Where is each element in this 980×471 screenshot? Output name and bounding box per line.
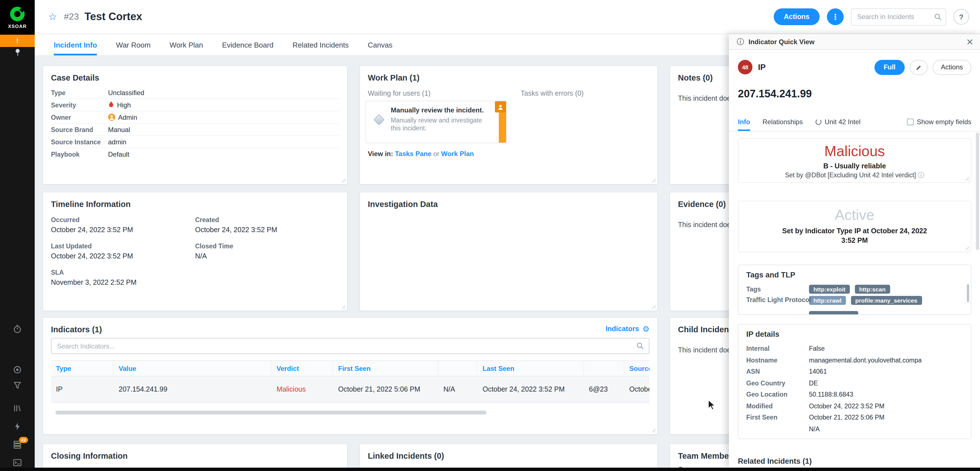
resize-handle[interactable] [651,177,655,182]
closing-row-closed-time: Closed Time N/A [51,465,339,468]
checkbox-icon[interactable] [907,119,913,125]
cell-na: N/A [438,376,477,402]
info-icon[interactable]: ⓘ [737,38,744,45]
tags-chip-row: http:exploit http:scan [809,284,892,294]
tasks-with-errors-label[interactable]: Tasks with errors (0) [521,89,584,97]
waiting-for-users-label[interactable]: Waiting for users (1) [368,89,431,97]
resize-handle[interactable] [964,245,969,250]
archive-icon[interactable]: 22 [0,440,35,449]
detail-row-geo-location: Geo Location 50.1188:8.6843 [746,389,963,400]
tab-info[interactable]: Info [738,118,750,131]
target-icon[interactable] [0,365,35,374]
filter-icon[interactable] [0,381,35,390]
case-details-card: Case Details Type Unclassified Severity … [43,65,348,185]
task-item[interactable]: Manually review the incident. Manually r… [366,101,507,143]
tag-chip[interactable]: profile:many_services [851,296,922,305]
task-diamond-icon [374,114,385,125]
or-text: or [433,150,439,158]
tab-unit42-intel[interactable]: Unit 42 Intel [815,118,861,131]
edit-button[interactable] [910,60,928,75]
case-row-owner: Owner Admin [51,111,339,124]
help-button[interactable]: ? [953,9,969,25]
column-blank-1[interactable] [438,361,477,376]
show-empty-fields-toggle[interactable]: Show empty fields [907,118,971,131]
tags-chip-row: http:crawl profile:many_services [809,295,924,305]
case-row-playbook: Playbook Default [51,148,339,160]
indicator-table-row[interactable]: IP 207.154.241.99 Malicious October 21, … [51,376,649,403]
cell-incident-link[interactable]: 6@23 [584,376,624,402]
tag-chip[interactable]: http:exploit [809,285,850,294]
tag-chip[interactable]: http:crawl [809,296,846,305]
tag-chip[interactable]: http:scan [854,285,890,294]
gear-icon[interactable]: ⚙ [643,325,649,333]
indicator-quick-view-panel: ⓘ Indicator Quick View × 48 IP Full Acti… [729,34,980,468]
tab-work-plan[interactable]: Work Plan [170,34,203,56]
resize-handle[interactable] [651,427,655,432]
column-verdict[interactable]: Verdict [272,361,333,376]
xsoar-app: XSOAR ! 22 ☆ #23 [0,0,980,471]
library-icon[interactable] [0,404,35,413]
column-value[interactable]: Value [114,361,272,376]
card-title: IP details [738,324,971,338]
more-options-button[interactable]: ⋮ [827,8,844,25]
status-value: Active [738,206,971,224]
column-last-seen[interactable]: Last Seen [477,361,584,376]
closing-information-card: Closing Information Closed Time N/A [43,444,348,468]
column-source-timestamp[interactable]: Source Ti [624,361,649,376]
info-icon[interactable]: ⓘ [918,171,924,179]
task-owner-strip [499,101,506,143]
full-view-button[interactable]: Full [875,60,905,75]
column-type[interactable]: Type [51,361,114,376]
card-title: Investigation Data [360,192,657,209]
tab-incident-info[interactable]: Incident Info [54,34,97,56]
task-description: Manually review and investigate this inc… [391,116,494,132]
xsoar-logo-text: XSOAR [8,24,27,29]
tab-canvas[interactable]: Canvas [368,34,393,56]
tab-relationships[interactable]: Relationships [762,118,803,131]
incident-id: #23 [64,12,79,22]
tab-related-incidents[interactable]: Related Incidents [293,34,349,56]
cell-value-link[interactable]: 207.154.241.99 [114,376,272,402]
terminal-icon[interactable] [0,459,35,466]
favorite-star-icon[interactable]: ☆ [48,12,57,22]
resize-handle[interactable] [340,304,345,309]
cell-type: IP [51,376,114,402]
card-title: Indicators (1) [43,318,657,334]
view-in-label: View in: [368,150,393,158]
pin-icon[interactable] [0,48,35,57]
tab-war-room[interactable]: War Room [116,34,151,56]
actions-button[interactable]: Actions [774,8,819,25]
indicators-table-header: Type Value Verdict First Seen Last Seen … [51,360,649,376]
sidebar-alert-badge[interactable]: ! [0,35,35,47]
xsoar-logo[interactable]: XSOAR [0,0,35,35]
search-indicators-input[interactable] [51,342,636,350]
work-plan-link[interactable]: Work Plan [441,150,474,158]
pencil-icon [915,64,922,70]
horizontal-scrollbar[interactable] [56,411,487,414]
refresh-icon [815,119,822,125]
column-blank-2[interactable] [584,361,624,376]
cell-last-seen: October 24, 2022 3:52 PM [477,376,584,402]
search-incidents-input[interactable] [851,8,946,25]
detail-row-modified: Modified October 24, 2022 3:52 PM [746,400,963,412]
indicator-actions-button[interactable]: Actions [932,60,971,75]
panel-scrollbar[interactable] [976,133,979,250]
timer-icon[interactable] [0,324,35,333]
page-title: Test Cortex [84,11,142,23]
detail-row-hostname: Hostname managemental.dont.youlovethat.c… [746,354,963,366]
close-icon[interactable]: × [966,37,974,46]
bolt-icon[interactable] [0,422,35,431]
column-first-seen[interactable]: First Seen [333,361,438,376]
tab-evidence-board[interactable]: Evidence Board [222,34,274,56]
detail-row-na: N/A [746,423,963,435]
tasks-pane-link[interactable]: Tasks Pane [395,150,431,158]
tlp-label: Traffic Light Protocol [746,297,811,303]
resize-handle[interactable] [340,177,345,182]
clipped-chip[interactable] [809,311,858,315]
case-row-source-instance: Source Instance admin [51,136,339,148]
cell-first-seen: October 21, 2022 5:06 PM [333,376,438,402]
tags-scrollbar[interactable] [967,284,969,302]
timeline-field-sla: SLA November 3, 2022 2:52 PM [51,269,195,286]
indicators-header-link[interactable]: Indicators ⚙ [606,325,649,333]
resize-handle[interactable] [651,304,655,309]
